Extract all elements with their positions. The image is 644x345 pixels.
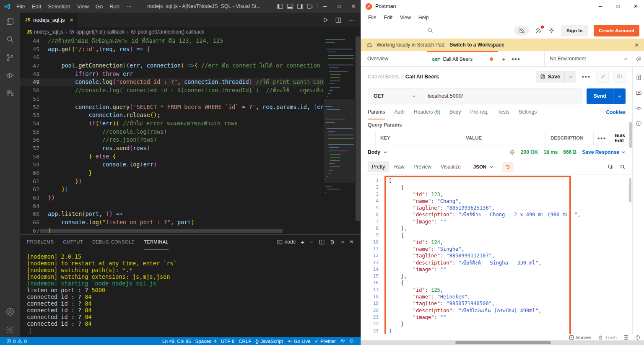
view-tab-visualize[interactable]: Visualize xyxy=(436,161,465,172)
code-line[interactable]: 66 console.log("listen on port : ?", por… xyxy=(20,218,324,227)
request-tab-prereq[interactable]: Pre-req. xyxy=(470,105,488,119)
json-line[interactable]: 13 "description": "เบียร์สิงห์ - Singha … xyxy=(361,259,632,266)
search-response-icon[interactable] xyxy=(620,164,626,170)
minimap-slider[interactable] xyxy=(324,99,355,183)
search-icon[interactable] xyxy=(5,35,15,44)
network-globe-icon[interactable] xyxy=(509,149,515,155)
json-line[interactable]: 15 }, xyxy=(361,273,632,280)
chevron-down-icon[interactable] xyxy=(310,240,314,244)
code-line[interactable]: 61 }) xyxy=(20,177,324,186)
create-account-button[interactable]: Create Account xyxy=(594,25,639,36)
shell-selector[interactable]: node xyxy=(277,239,296,245)
scrollbar-thumb[interactable] xyxy=(455,341,551,344)
code-line[interactable]: 65app.listen(port, () => xyxy=(20,210,324,218)
json-line[interactable]: 2 { xyxy=(361,184,632,191)
code-line[interactable]: 58 } else { xyxy=(20,153,324,161)
help-icon[interactable] xyxy=(635,335,640,340)
code-line[interactable]: 50 //console.log(`connected id : ${conne… xyxy=(20,86,324,95)
wrap-text-icon[interactable] xyxy=(502,162,514,172)
info-icon[interactable] xyxy=(636,120,642,127)
code-line[interactable]: 49 console.log("connected id : ?", conne… xyxy=(20,78,324,86)
new-tab-button[interactable]: + xyxy=(498,51,509,66)
breadcrumb-symbol-2[interactable]: pool.getConnection() callback xyxy=(138,29,204,35)
save-options-chevron[interactable] xyxy=(564,72,576,82)
column-value[interactable]: VALUE xyxy=(461,131,546,145)
indentation[interactable]: Spaces: 4 xyxy=(193,339,218,344)
tab-options-icon[interactable]: ●●● xyxy=(509,51,522,66)
view-tab-preview[interactable]: Preview xyxy=(409,161,436,172)
select-column[interactable] xyxy=(361,131,376,145)
code-line[interactable]: 52 connection.query('SELECT * FROM beers… xyxy=(20,103,324,112)
source-control-icon[interactable] xyxy=(5,53,15,62)
response-body-dropdown[interactable]: Body xyxy=(368,149,387,155)
response-size[interactable]: 666 B xyxy=(563,149,576,155)
copy-icon[interactable] xyxy=(608,164,613,170)
json-line[interactable]: 20 "description": "เบียร์ไฮเนเก้น (กระป๋… xyxy=(361,307,632,314)
tab-overview[interactable]: Overview xyxy=(361,51,427,66)
status-code[interactable]: 200 OK xyxy=(521,149,538,155)
code-line[interactable]: 57 res.send(rows) xyxy=(20,144,324,153)
send-button[interactable]: Send xyxy=(587,88,626,104)
kill-terminal-trash-icon[interactable] xyxy=(330,239,335,245)
code-line[interactable]: 63}) xyxy=(20,194,324,202)
settings-gear-icon[interactable] xyxy=(548,27,555,34)
documentation-icon[interactable] xyxy=(636,74,642,80)
sign-in-button[interactable]: Sign In xyxy=(561,25,588,36)
code-line[interactable]: 59 console.log(err) xyxy=(20,161,324,169)
menu-item-[interactable]: ⋯ xyxy=(123,3,135,10)
cookies-link[interactable]: Cookies xyxy=(606,109,626,115)
explorer-icon[interactable] xyxy=(5,17,15,26)
save-button[interactable]: Save xyxy=(536,71,576,83)
column-description[interactable]: DESCRIPTION xyxy=(546,131,594,145)
json-line[interactable]: 19 "tagline": "8850571940500", xyxy=(361,300,632,307)
prettier-status[interactable]: ✓Prettier xyxy=(312,338,338,344)
breadcrumb-file[interactable]: nodejs_sql.js xyxy=(34,29,63,35)
terminal-actions[interactable]: node + ✕ xyxy=(277,239,354,246)
code-line[interactable]: 45app.get('/:id',(req, res) => { xyxy=(20,45,324,54)
send-options-chevron[interactable] xyxy=(613,88,626,104)
editor-vertical-scrollbar[interactable] xyxy=(356,36,360,221)
json-line[interactable]: 21 "image": "" xyxy=(361,314,632,321)
environment-selector[interactable]: No Environment xyxy=(544,51,633,66)
capture-requests-icon[interactable] xyxy=(535,27,542,34)
feedback-icon[interactable] xyxy=(338,339,347,344)
json-line[interactable]: 3 "id": 123, xyxy=(361,191,632,198)
editor-horizontal-scrollbar[interactable] xyxy=(40,229,283,233)
json-line[interactable]: 18 "name": "Heineken", xyxy=(361,293,632,300)
json-line[interactable]: 22 } xyxy=(361,321,632,327)
code-line[interactable]: 54 if(!err){ //ถ้าไม่ error จะแสดงค่าของ… xyxy=(20,119,324,128)
json-line[interactable]: 6 "description": "เบียร์ช้าง - Chang - 2… xyxy=(361,211,632,218)
format-dropdown[interactable]: JSON xyxy=(470,162,497,172)
request-tab-params[interactable]: Params xyxy=(368,105,385,119)
request-tab-settings[interactable]: Settings xyxy=(519,105,537,119)
menu-item-edit[interactable]: Edit xyxy=(29,3,44,10)
bulk-edit-button[interactable]: Bulk Edit xyxy=(610,131,629,145)
view-tab-raw[interactable]: Raw xyxy=(390,161,408,172)
code-line[interactable]: 55 //console.log(rows) xyxy=(20,128,324,136)
menu-item-help[interactable]: Help xyxy=(415,15,433,21)
trash-button[interactable]: Trash xyxy=(598,335,617,340)
request-tab-auth[interactable]: Auth xyxy=(394,105,405,119)
panel-tab-debug-console[interactable]: DEBUG CONSOLE xyxy=(92,235,135,249)
json-line[interactable]: 8 }, xyxy=(361,225,632,232)
code-line[interactable]: 56 //res.json(rows) xyxy=(20,136,324,144)
code-line[interactable]: 60 } xyxy=(20,169,324,177)
more-options-icon[interactable]: ●●● xyxy=(580,74,592,79)
code-line[interactable]: 44//สร้างหน้าย่อย ดึงข้อมูลเฉพาะ id ที่ต… xyxy=(20,37,324,45)
run-debug-icon[interactable] xyxy=(5,71,15,80)
column-key[interactable]: KEY xyxy=(376,131,461,145)
request-tab-body[interactable]: Body xyxy=(449,105,461,119)
code-line[interactable]: 62 }) xyxy=(20,185,324,194)
postman-window-buttons[interactable]: ─□✕ xyxy=(592,0,644,13)
vscode-layout-controls[interactable] xyxy=(273,3,318,9)
menu-item-go[interactable]: Go xyxy=(92,3,106,10)
comments-icon[interactable] xyxy=(613,71,626,83)
save-response-button[interactable]: Save Response xyxy=(582,149,626,155)
json-line[interactable]: 17 "id": 125, xyxy=(361,287,632,293)
maximize-panel-icon[interactable] xyxy=(340,240,345,244)
search-icon[interactable] xyxy=(427,27,434,34)
notifications-bell-icon[interactable] xyxy=(347,339,356,344)
json-line[interactable]: 14 "image": "" xyxy=(361,266,632,273)
terminal-output[interactable]: [nodemon] 2.0.15[nodemon] to restart at … xyxy=(20,249,361,337)
language-mode[interactable]: {}JavaScript xyxy=(253,339,285,344)
